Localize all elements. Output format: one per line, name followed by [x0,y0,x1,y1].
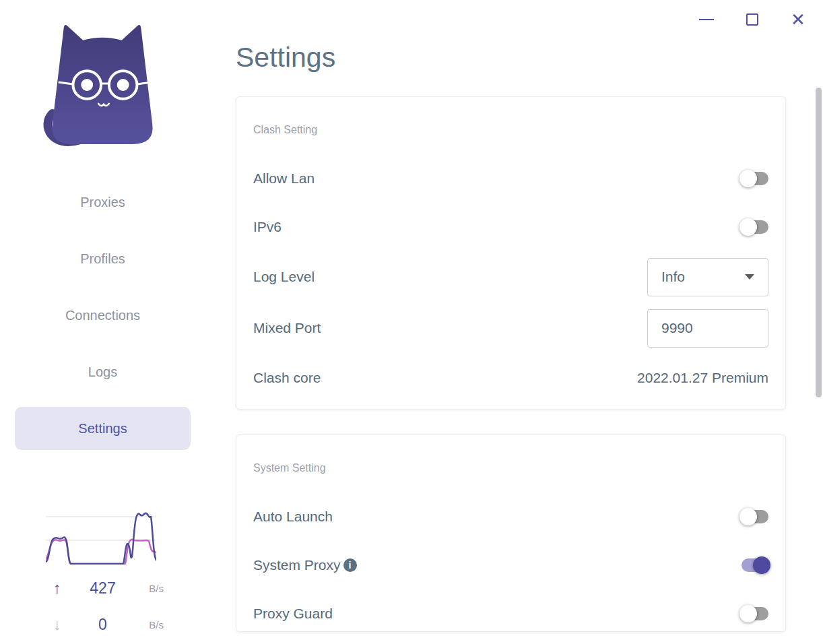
toggle-knob [739,605,757,622]
sidebar-item-profiles[interactable]: Profiles [15,237,191,280]
system-proxy-label-text: System Proxy [253,557,341,573]
sidebar-nav: Proxies Profiles Connections Logs Settin… [15,181,191,463]
clash-setting-card: Clash Setting Allow Lan IPv6 Log Level I… [236,96,786,410]
toggle-knob [739,508,757,525]
system-proxy-toggle[interactable] [742,558,768,572]
allow-lan-toggle[interactable] [742,172,768,185]
sidebar: Proxies Profiles Connections Logs Settin… [0,0,205,644]
maximize-icon [746,13,758,26]
setting-row-allow-lan: Allow Lan [253,154,768,203]
section-header-clash-setting: Clash Setting [253,116,768,144]
window-controls: ✕ [696,9,808,30]
page-title: Settings [236,42,335,73]
sidebar-item-logs[interactable]: Logs [15,350,191,393]
setting-row-system-proxy: System Proxy i [253,541,768,589]
upload-line [46,513,156,564]
scrollbar-thumb[interactable] [816,88,822,397]
chevron-down-icon [745,274,754,280]
download-arrow-icon: ↓ [40,615,74,634]
ipv6-label: IPv6 [253,219,282,235]
section-header-system-setting: System Setting [253,454,768,482]
toggle-knob [739,218,757,236]
upload-speed-row: ↑ 427 B/s [40,575,165,602]
setting-row-mixed-port: Mixed Port [253,302,768,354]
toggle-knob [753,556,770,574]
upload-arrow-icon: ↑ [40,579,74,598]
proxy-guard-label: Proxy Guard [253,606,333,622]
clash-core-version: 2022.01.27 Premium [637,370,768,386]
minimize-button[interactable] [696,9,717,30]
allow-lan-label: Allow Lan [253,170,315,187]
mixed-port-input[interactable] [647,309,768,348]
auto-launch-toggle[interactable] [742,510,768,523]
download-speed-value: 0 [74,616,131,634]
system-setting-card: System Setting Auto Launch System Proxy … [236,434,786,632]
minimize-icon [699,19,714,20]
info-icon[interactable]: i [343,558,357,572]
maximize-button[interactable] [742,9,762,30]
clash-core-label: Clash core [253,370,321,386]
setting-row-ipv6: IPv6 [253,203,768,251]
log-level-select[interactable]: Info [647,258,768,296]
upload-speed-value: 427 [74,579,131,598]
log-level-label: Log Level [253,269,315,285]
close-icon: ✕ [791,11,805,28]
setting-row-log-level: Log Level Info [253,251,768,302]
download-speed-unit: B/s [131,619,164,631]
toggle-knob [739,170,757,187]
sidebar-item-settings[interactable]: Settings [15,407,191,450]
sidebar-item-connections[interactable]: Connections [15,294,191,337]
traffic-chart [46,508,156,565]
log-level-value: Info [661,269,685,285]
setting-row-proxy-guard: Proxy Guard [253,589,768,638]
app-window: ✕ [0,0,823,644]
upload-speed-unit: B/s [131,583,164,594]
auto-launch-label: Auto Launch [253,509,333,525]
ipv6-toggle[interactable] [742,220,768,234]
close-button[interactable]: ✕ [788,9,808,30]
system-proxy-label: System Proxy i [253,557,357,573]
proxy-guard-toggle[interactable] [742,607,768,620]
clash-cat-logo [39,18,166,151]
download-line [46,540,156,564]
download-speed-row: ↓ 0 B/s [40,611,165,638]
setting-row-auto-launch: Auto Launch [253,492,768,541]
setting-row-clash-core: Clash core 2022.01.27 Premium [253,354,768,402]
mixed-port-label: Mixed Port [253,320,321,336]
sidebar-item-proxies[interactable]: Proxies [15,181,191,224]
